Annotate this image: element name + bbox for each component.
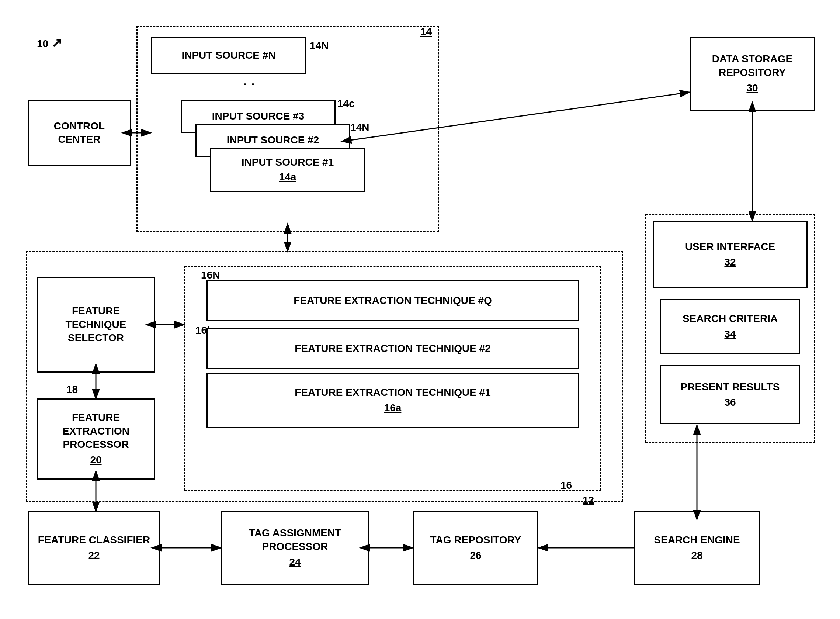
input-source-n-box: INPUT SOURCE #N	[151, 37, 306, 74]
user-interface-box: USER INTERFACE 32	[653, 221, 807, 288]
feature-classifier-box: FEATURE CLASSIFIER 22	[28, 511, 160, 585]
input-source-1-box: INPUT SOURCE #1 14a	[210, 148, 365, 192]
feature-technique-selector-box: FEATURE TECHNIQUE SELECTOR	[37, 277, 155, 372]
input-source-n-ref: 14N	[310, 40, 328, 52]
input-source-2-ref: 14N	[350, 122, 369, 133]
extraction-system-ref: 12	[583, 494, 594, 506]
search-engine-box: SEARCH ENGINE 28	[634, 511, 759, 585]
ref-18: 18	[66, 384, 78, 395]
feat-extraction-q-box: FEATURE EXTRACTION TECHNIQUE #Q	[206, 280, 579, 321]
tag-repository-box: TAG REPOSITORY 26	[413, 511, 539, 585]
feat-extraction-1-box: FEATURE EXTRACTION TECHNIQUE #1 16a	[206, 372, 579, 428]
search-criteria-box: SEARCH CRITERIA 34	[660, 299, 800, 354]
feat-extraction-2-box: FEATURE EXTRACTION TECHNIQUE #2	[206, 328, 579, 369]
dots1: · ·	[243, 78, 255, 91]
diagram-container: 10 ↗ 14 INPUT SOURCE #N 14N · · INPUT SO…	[0, 0, 840, 619]
present-results-box: PRESENT RESULTS 36	[660, 365, 800, 424]
input-source-3-ref: 14c	[337, 98, 355, 109]
diagram-number: 10 ↗	[37, 35, 62, 51]
feat-extraction-group-ref: 16	[561, 480, 572, 491]
tag-assignment-box: TAG ASSIGNMENT PROCESSOR 24	[221, 511, 369, 585]
feature-extraction-processor-box: FEATURE EXTRACTION PROCESSOR 20	[37, 398, 155, 480]
control-center-box: CONTROL CENTER	[28, 100, 131, 166]
ref-16n: 16N	[201, 269, 220, 281]
input-sources-group-label: 14	[420, 26, 432, 37]
data-storage-box: DATA STORAGE REPOSITORY 30	[689, 37, 815, 111]
